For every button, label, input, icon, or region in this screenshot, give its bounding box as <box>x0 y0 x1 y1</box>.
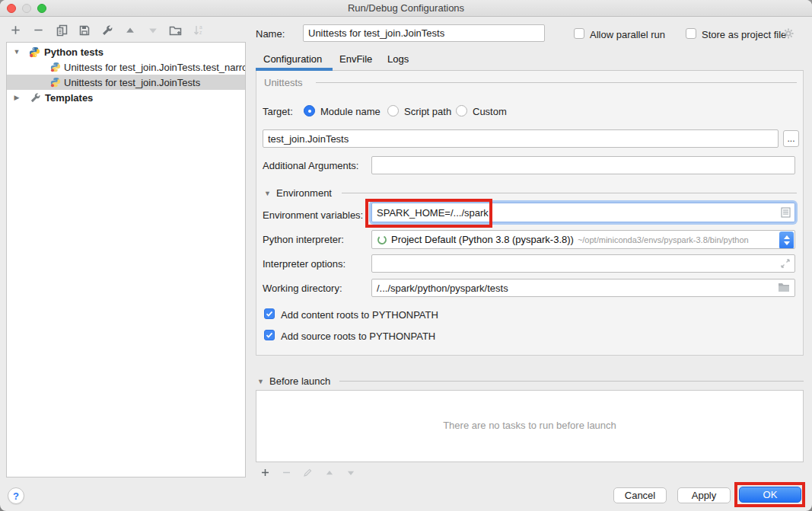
conda-env-icon <box>377 235 387 245</box>
edit-templates-button[interactable] <box>100 24 113 37</box>
titlebar: Run/Debug Configurations <box>0 0 812 17</box>
python-interpreter-label: Python interpreter: <box>263 234 344 245</box>
environment-group-label: Environment <box>276 187 332 199</box>
configuration-panel: Unittests Target: Module name Script pat… <box>256 71 804 356</box>
check-icon <box>266 331 273 339</box>
before-launch-toolbar <box>259 466 357 479</box>
tab-configuration[interactable]: Configuration <box>263 53 322 65</box>
add-task-button[interactable] <box>259 466 272 479</box>
group-separator <box>339 381 804 382</box>
store-as-project-file-checkbox[interactable] <box>686 28 696 39</box>
remove-icon <box>33 24 44 36</box>
environment-collapse-icon[interactable]: ▼ <box>264 190 271 197</box>
python-test-icon <box>50 77 61 88</box>
move-up-button[interactable] <box>123 24 136 37</box>
target-custom-label: Custom <box>473 106 507 117</box>
working-directory-label: Working directory: <box>263 283 342 294</box>
python-interpreter-value: Project Default (Python 3.8 (pyspark-3.8… <box>391 234 574 245</box>
wrench-icon <box>101 24 113 37</box>
group-separator <box>316 82 797 83</box>
tree-item-test-narrow[interactable]: Unittests for test_join.JoinTests.test_n… <box>7 59 245 75</box>
add-icon <box>260 468 270 477</box>
add-source-roots-label: Add source roots to PYTHONPATH <box>281 331 435 342</box>
copy-configuration-button[interactable] <box>55 24 68 37</box>
add-content-roots-checkbox[interactable] <box>264 308 275 319</box>
before-launch-task-list: There are no tasks to run before launch <box>256 390 804 462</box>
move-task-down-button[interactable] <box>344 466 357 479</box>
store-as-project-file-label: Store as project file <box>702 29 786 40</box>
tab-envfile[interactable]: EnvFile <box>339 53 372 65</box>
add-source-roots-checkbox[interactable] <box>264 330 275 340</box>
help-label: ? <box>13 490 19 502</box>
move-down-icon <box>148 25 158 36</box>
name-input[interactable] <box>303 24 545 42</box>
working-directory-input[interactable] <box>371 279 795 297</box>
tree-item-label: Unittests for test_join.JoinTests.test_n… <box>64 62 245 73</box>
expand-field-icon[interactable] <box>780 258 791 269</box>
move-down-icon <box>346 468 355 477</box>
tree-item-python-tests[interactable]: ▼ Python tests <box>7 44 245 59</box>
edit-task-button[interactable] <box>301 466 314 479</box>
environment-variables-input[interactable] <box>371 203 795 222</box>
browse-target-button[interactable]: ... <box>783 130 799 147</box>
browse-folder-icon[interactable] <box>778 283 790 292</box>
close-window-button[interactable] <box>7 4 16 13</box>
minimize-window-button[interactable] <box>22 4 31 13</box>
interpreter-dropdown-stepper[interactable] <box>779 232 794 249</box>
environment-variables-field-wrap <box>371 203 795 222</box>
remove-configuration-button[interactable] <box>32 24 45 37</box>
remove-task-button[interactable] <box>280 466 293 479</box>
python-interpreter-path: ~/opt/miniconda3/envs/pyspark-3.8/bin/py… <box>578 235 749 244</box>
remove-icon <box>282 468 291 477</box>
add-content-roots-label: Add content roots to PYTHONPATH <box>281 309 438 321</box>
additional-arguments-label: Additional Arguments: <box>263 160 358 171</box>
tree-item-label: Python tests <box>44 46 103 58</box>
tree-item-label: Unittests for test_join.JoinTests <box>64 77 200 88</box>
move-task-up-button[interactable] <box>323 466 336 479</box>
python-interpreter-select[interactable]: Project Default (Python 3.8 (pyspark-3.8… <box>371 230 795 249</box>
ok-button[interactable]: OK <box>739 487 801 503</box>
apply-button[interactable]: Apply <box>677 487 731 503</box>
expand-arrow-icon[interactable]: ▶ <box>12 94 21 101</box>
traffic-lights <box>7 4 46 13</box>
configurations-toolbar: az <box>9 24 205 37</box>
allow-parallel-run-checkbox[interactable] <box>574 28 584 39</box>
cancel-button[interactable]: Cancel <box>613 487 667 503</box>
interpreter-options-label: Interpreter options: <box>263 258 345 270</box>
target-module-name-radio[interactable] <box>304 105 315 117</box>
empty-tasks-message: There are no tasks to run before launch <box>256 420 803 431</box>
svg-text:a: a <box>199 24 202 30</box>
tree-item-templates[interactable]: ▶ Templates <box>7 90 245 105</box>
name-label: Name: <box>256 28 285 40</box>
move-up-icon <box>125 25 135 36</box>
target-input[interactable] <box>263 129 779 148</box>
sort-configurations-button[interactable]: az <box>192 24 205 37</box>
python-test-icon <box>50 62 61 72</box>
target-script-path-radio[interactable] <box>387 105 399 117</box>
tree-item-label: Templates <box>45 92 93 104</box>
edit-pencil-icon <box>303 468 313 477</box>
move-down-button[interactable] <box>146 24 159 37</box>
tab-logs[interactable]: Logs <box>387 53 409 65</box>
save-configuration-button[interactable] <box>78 24 91 37</box>
check-icon <box>266 310 273 318</box>
additional-arguments-input[interactable] <box>371 156 795 174</box>
python-tests-icon <box>29 46 40 58</box>
new-folder-button[interactable] <box>169 24 182 37</box>
tree-item-jointests-selected[interactable]: Unittests for test_join.JoinTests <box>7 75 245 90</box>
edit-variables-icon[interactable] <box>781 207 791 218</box>
collapse-arrow-icon[interactable]: ▼ <box>12 48 21 56</box>
group-separator <box>342 193 797 193</box>
target-script-path-label: Script path <box>404 106 451 117</box>
zoom-window-button[interactable] <box>37 4 46 13</box>
add-icon <box>10 24 21 36</box>
add-configuration-button[interactable] <box>9 24 22 37</box>
store-options-gear-icon[interactable] <box>782 27 794 40</box>
allow-parallel-run-label: Allow parallel run <box>590 29 665 40</box>
target-custom-radio[interactable] <box>456 105 467 117</box>
sort-alpha-icon: az <box>193 24 205 37</box>
before-launch-collapse-icon[interactable]: ▼ <box>257 378 264 385</box>
new-folder-icon <box>169 24 182 37</box>
interpreter-options-input[interactable] <box>371 254 795 273</box>
help-button[interactable]: ? <box>8 487 24 504</box>
